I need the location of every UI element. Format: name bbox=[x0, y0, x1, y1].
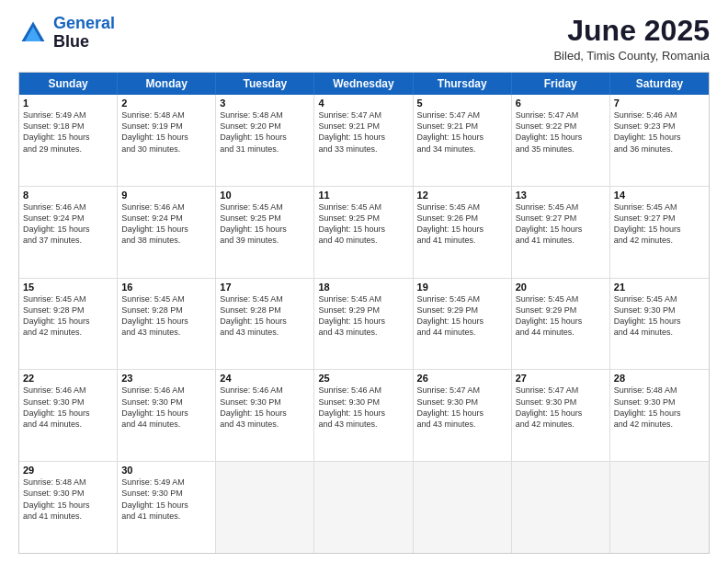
table-row: 3Sunrise: 5:48 AMSunset: 9:20 PMDaylight… bbox=[216, 95, 314, 186]
cell-line: Daylight: 15 hours bbox=[121, 408, 211, 419]
table-row bbox=[610, 462, 709, 553]
cell-line: Sunrise: 5:48 AM bbox=[23, 477, 113, 488]
logo: General Blue bbox=[18, 15, 115, 52]
table-row: 10Sunrise: 5:45 AMSunset: 9:25 PMDayligh… bbox=[216, 187, 314, 278]
day-number: 1 bbox=[23, 98, 113, 109]
cell-line: Daylight: 15 hours bbox=[516, 316, 606, 327]
cell-line: Sunset: 9:24 PM bbox=[121, 213, 211, 224]
cell-line: and 30 minutes. bbox=[121, 144, 211, 155]
header-saturday: Saturday bbox=[610, 73, 709, 95]
cell-line: Sunset: 9:21 PM bbox=[318, 121, 408, 132]
day-number: 27 bbox=[516, 373, 606, 384]
day-number: 10 bbox=[220, 190, 310, 201]
table-row: 30Sunrise: 5:49 AMSunset: 9:30 PMDayligh… bbox=[118, 462, 216, 553]
calendar-row: 1Sunrise: 5:49 AMSunset: 9:18 PMDaylight… bbox=[19, 95, 709, 186]
day-number: 7 bbox=[614, 98, 705, 109]
table-row: 1Sunrise: 5:49 AMSunset: 9:18 PMDaylight… bbox=[19, 95, 118, 186]
cell-line: and 42 minutes. bbox=[516, 419, 606, 430]
cell-line: Daylight: 15 hours bbox=[220, 132, 310, 143]
table-row: 25Sunrise: 5:46 AMSunset: 9:30 PMDayligh… bbox=[314, 370, 413, 461]
cell-line: and 31 minutes. bbox=[220, 144, 310, 155]
day-number: 16 bbox=[121, 282, 211, 293]
cell-line: Daylight: 15 hours bbox=[516, 408, 606, 419]
day-number: 3 bbox=[220, 98, 310, 109]
cell-line: Sunrise: 5:46 AM bbox=[220, 385, 310, 396]
cell-line: Sunrise: 5:45 AM bbox=[516, 201, 606, 213]
cell-line: Sunset: 9:30 PM bbox=[614, 396, 705, 408]
cell-line: and 43 minutes. bbox=[220, 327, 310, 338]
day-number: 19 bbox=[417, 282, 507, 293]
cell-line: Sunrise: 5:45 AM bbox=[121, 293, 211, 304]
cell-line: Sunrise: 5:45 AM bbox=[614, 293, 705, 304]
cell-line: Sunset: 9:23 PM bbox=[614, 121, 705, 132]
cell-line: and 42 minutes. bbox=[23, 327, 113, 338]
table-row: 26Sunrise: 5:47 AMSunset: 9:30 PMDayligh… bbox=[414, 370, 512, 461]
cell-line: Sunset: 9:20 PM bbox=[220, 121, 310, 132]
cell-line: Daylight: 15 hours bbox=[614, 224, 705, 235]
location: Biled, Timis County, Romania bbox=[553, 49, 710, 63]
day-number: 25 bbox=[318, 373, 408, 384]
cell-line: Sunset: 9:29 PM bbox=[516, 304, 606, 316]
table-row: 4Sunrise: 5:47 AMSunset: 9:21 PMDaylight… bbox=[314, 95, 413, 186]
cell-line: and 41 minutes. bbox=[121, 511, 211, 522]
cell-line: Sunrise: 5:46 AM bbox=[318, 385, 408, 396]
cell-line: Sunset: 9:27 PM bbox=[516, 213, 606, 224]
cell-line: Daylight: 15 hours bbox=[614, 316, 705, 327]
cell-line: and 36 minutes. bbox=[614, 144, 705, 155]
cell-line: and 44 minutes. bbox=[121, 419, 211, 430]
day-number: 14 bbox=[614, 190, 705, 201]
cell-line: Sunrise: 5:47 AM bbox=[318, 109, 408, 121]
logo-text: General Blue bbox=[53, 15, 115, 52]
cell-line: Daylight: 15 hours bbox=[516, 224, 606, 235]
calendar-body: 1Sunrise: 5:49 AMSunset: 9:18 PMDaylight… bbox=[19, 95, 709, 553]
cell-line: and 43 minutes. bbox=[121, 327, 211, 338]
cell-line: Sunrise: 5:46 AM bbox=[121, 201, 211, 213]
cell-line: and 43 minutes. bbox=[318, 327, 408, 338]
cell-line: and 44 minutes. bbox=[23, 419, 113, 430]
cell-line: Sunrise: 5:47 AM bbox=[516, 109, 606, 121]
cell-line: and 37 minutes. bbox=[23, 235, 113, 246]
day-number: 2 bbox=[121, 98, 211, 109]
cell-line: Daylight: 15 hours bbox=[121, 500, 211, 511]
day-number: 20 bbox=[516, 282, 606, 293]
cell-line: Daylight: 15 hours bbox=[417, 316, 507, 327]
day-number: 13 bbox=[516, 190, 606, 201]
cell-line: Sunrise: 5:45 AM bbox=[220, 293, 310, 304]
day-number: 26 bbox=[417, 373, 507, 384]
cell-line: Daylight: 15 hours bbox=[23, 500, 113, 511]
calendar-row: 22Sunrise: 5:46 AMSunset: 9:30 PMDayligh… bbox=[19, 369, 709, 461]
month-title: June 2025 bbox=[553, 15, 710, 47]
table-row: 16Sunrise: 5:45 AMSunset: 9:28 PMDayligh… bbox=[118, 279, 216, 370]
day-number: 29 bbox=[23, 465, 113, 476]
cell-line: Daylight: 15 hours bbox=[121, 224, 211, 235]
cell-line: and 41 minutes. bbox=[417, 235, 507, 246]
logo-icon bbox=[18, 18, 48, 48]
day-number: 4 bbox=[318, 98, 408, 109]
cell-line: and 43 minutes. bbox=[417, 419, 507, 430]
table-row: 14Sunrise: 5:45 AMSunset: 9:27 PMDayligh… bbox=[610, 187, 709, 278]
cell-line: Sunset: 9:28 PM bbox=[23, 304, 113, 316]
table-row: 8Sunrise: 5:46 AMSunset: 9:24 PMDaylight… bbox=[19, 187, 118, 278]
cell-line: Sunset: 9:25 PM bbox=[318, 213, 408, 224]
day-number: 6 bbox=[516, 98, 606, 109]
cell-line: Sunrise: 5:45 AM bbox=[220, 201, 310, 213]
cell-line: Sunset: 9:30 PM bbox=[121, 488, 211, 499]
cell-line: Sunset: 9:30 PM bbox=[516, 396, 606, 408]
table-row: 27Sunrise: 5:47 AMSunset: 9:30 PMDayligh… bbox=[512, 370, 610, 461]
cell-line: and 35 minutes. bbox=[516, 144, 606, 155]
cell-line: Daylight: 15 hours bbox=[614, 132, 705, 143]
calendar: Sunday Monday Tuesday Wednesday Thursday… bbox=[18, 72, 710, 554]
cell-line: Sunset: 9:25 PM bbox=[220, 213, 310, 224]
cell-line: and 44 minutes. bbox=[417, 327, 507, 338]
cell-line: and 29 minutes. bbox=[23, 144, 113, 155]
day-number: 22 bbox=[23, 373, 113, 384]
cell-line: Sunset: 9:30 PM bbox=[23, 488, 113, 499]
cell-line: Sunset: 9:27 PM bbox=[614, 213, 705, 224]
table-row: 13Sunrise: 5:45 AMSunset: 9:27 PMDayligh… bbox=[512, 187, 610, 278]
cell-line: Sunset: 9:28 PM bbox=[220, 304, 310, 316]
cell-line: Sunrise: 5:45 AM bbox=[516, 293, 606, 304]
table-row bbox=[512, 462, 610, 553]
table-row: 22Sunrise: 5:46 AMSunset: 9:30 PMDayligh… bbox=[19, 370, 118, 461]
cell-line: and 43 minutes. bbox=[220, 419, 310, 430]
cell-line: and 43 minutes. bbox=[318, 419, 408, 430]
